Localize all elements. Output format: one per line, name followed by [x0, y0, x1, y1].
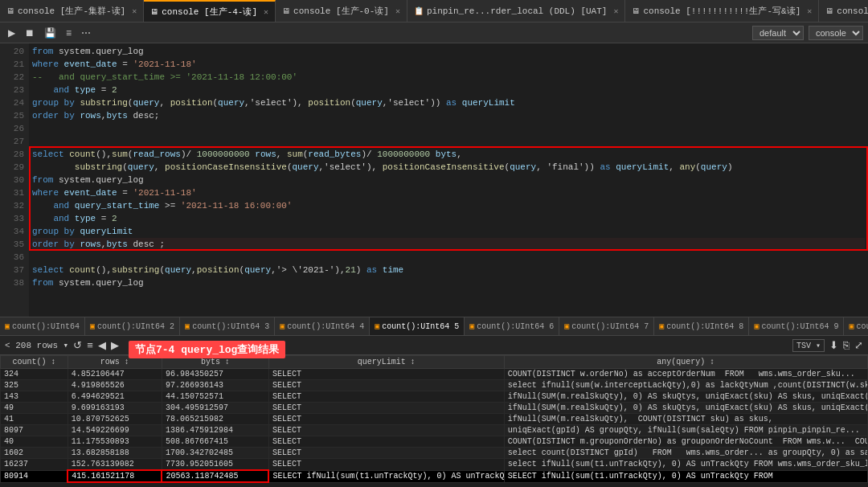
- code-line-37: select count(),substring(query,position(…: [32, 264, 865, 276]
- result-tab-3[interactable]: ▣ count():UInt64 3: [180, 317, 275, 335]
- result-tab-6[interactable]: ▣ count():UInt64 6: [465, 317, 559, 335]
- console-icon-4: 🖥: [632, 6, 640, 16]
- col-header-any-query[interactable]: any(query) ↕: [504, 356, 867, 369]
- run-button[interactable]: ▶: [5, 26, 18, 40]
- result-tab-icon-9: ▣: [754, 321, 759, 331]
- copy-button[interactable]: ⎘: [843, 339, 850, 351]
- code-line-32: and query_start_time >= '2021-11-18 16:0…: [32, 199, 865, 212]
- col-header-querylimit[interactable]: queryLimit ↕: [268, 356, 504, 369]
- next-button[interactable]: ▶: [111, 339, 119, 351]
- table-row[interactable]: 809714.5492266991386.475912984SELECTuniq…: [1, 425, 868, 436]
- code-line-20: from system.query_log: [32, 45, 865, 58]
- editor-toolbar: ▶ ⏹ 💾 ≡ ⋯ default console: [0, 23, 868, 43]
- result-tab-icon-1: ▣: [5, 321, 10, 331]
- toolbar-right: default console: [752, 26, 863, 40]
- code-line-24: group by substring(query, position(query…: [32, 96, 865, 109]
- table-row[interactable]: 160213.6828581881700.342702485SELECTsele…: [1, 448, 868, 459]
- tab-pinpin[interactable]: 📋 pinpin_re...rder_local (DDL) [UAT] ✕: [407, 0, 625, 22]
- code-line-34: group by queryLimit: [32, 225, 865, 238]
- result-tab-2[interactable]: ▣ count():UInt64 2: [85, 317, 180, 335]
- code-line-26: [32, 122, 865, 135]
- result-tab-10[interactable]: ▣ count():UInt64 10: [844, 317, 868, 335]
- default-dropdown[interactable]: default: [752, 26, 804, 40]
- tab-close-icon[interactable]: ✕: [132, 6, 137, 16]
- result-tab-icon-7: ▣: [564, 321, 569, 331]
- console-icon-2: 🖥: [150, 7, 158, 17]
- result-tab-icon-4: ▣: [280, 321, 285, 331]
- code-line-23: and type = 2: [32, 84, 865, 96]
- result-tab-icon-5: ▣: [375, 321, 379, 331]
- result-tab-7[interactable]: ▣ count():UInt64 7: [559, 317, 654, 335]
- result-tab-icon-3: ▣: [185, 321, 190, 331]
- table-row-selected[interactable]: 80914 415.161521178 20563.118742485 SELE…: [1, 470, 868, 482]
- table-row[interactable]: 3244.85210644796.984350257SELECTCOUNT(DI…: [1, 369, 868, 380]
- tab-close-icon-2[interactable]: ✕: [264, 7, 268, 17]
- tab-console-1[interactable]: 🖥 console_1 [!!!!!!!!!!!生产-写&读] ✕: [819, 0, 868, 22]
- tab-console-prod-0[interactable]: 🖥 console [生产-0-读] ✕: [276, 0, 407, 22]
- result-tab-icon-10: ▣: [849, 321, 854, 331]
- stop-button[interactable]: ⏹: [22, 26, 38, 40]
- console-dropdown[interactable]: console: [809, 26, 863, 40]
- tab-console-write-1[interactable]: 🖥 console [!!!!!!!!!!!生产-写&读] ✕: [625, 0, 819, 22]
- tab-close-icon-4[interactable]: ✕: [613, 6, 618, 16]
- table-row[interactable]: 499.699163193304.495912597SELECTifNull(S…: [1, 403, 868, 414]
- code-content[interactable]: from system.query_log where event_date =…: [29, 43, 868, 317]
- save-button[interactable]: 💾: [41, 26, 59, 40]
- code-line-25: order by rows,byts desc;: [32, 109, 865, 122]
- refresh-button[interactable]: ↺: [73, 339, 82, 351]
- result-tab-icon-6: ▣: [469, 321, 474, 331]
- col-header-count[interactable]: count() ↕: [1, 356, 68, 369]
- result-tab-4[interactable]: ▣ count():UInt64 4: [275, 317, 370, 335]
- tab-console-prod-cluster[interactable]: 🖥 console [生产-集群-读] ✕: [0, 0, 144, 22]
- result-tab-8[interactable]: ▣ count():UInt64 8: [654, 317, 749, 335]
- code-line-30: from system.query_log: [32, 174, 865, 186]
- code-line-22: -- and query_start_time >= '2021-11-18 1…: [32, 71, 865, 84]
- code-editor[interactable]: 2021222324 2526272829 3031323334 3536373…: [0, 43, 868, 317]
- result-table-wrap: count() ↕ rows ↕ byts ↕ queryLimit ↕ any…: [0, 355, 868, 487]
- result-tab-5[interactable]: ▣ count():UInt64 5: [370, 317, 465, 335]
- line-numbers: 2021222324 2526272829 3031323334 3536373…: [0, 43, 29, 317]
- filter-button[interactable]: ≡: [87, 339, 93, 351]
- result-table: count() ↕ rows ↕ byts ↕ queryLimit ↕ any…: [0, 355, 868, 483]
- more-button[interactable]: ⋯: [78, 26, 94, 40]
- result-tab-1[interactable]: ▣ count():UInt64: [0, 317, 85, 335]
- expand-button[interactable]: ⤢: [854, 339, 863, 351]
- code-line-28: select count(),sum(read_rows)/ 100000000…: [32, 148, 865, 161]
- table-row[interactable]: 3254.91986552697.266936143SELECTselect i…: [1, 380, 868, 391]
- table-row[interactable]: 16237152.7631390827730.952051605SELECTse…: [1, 459, 868, 471]
- console-icon: 🖥: [6, 6, 14, 16]
- prev-button[interactable]: ◀: [98, 339, 106, 351]
- result-tab-icon-2: ▣: [90, 321, 95, 331]
- table-row[interactable]: 1436.49462952144.150752571SELECTifNull(S…: [1, 391, 868, 403]
- code-line-33: and type = 2: [32, 212, 865, 225]
- console-icon-3: 🖥: [282, 6, 290, 16]
- tsv-label: TSV ▾: [792, 339, 825, 352]
- rows-count: < 208 rows ▾: [5, 340, 68, 350]
- tab-bar: 🖥 console [生产-集群-读] ✕ 🖥 console [生产-4-读]…: [0, 0, 868, 23]
- result-tab-icon-8: ▣: [659, 321, 664, 331]
- download-button[interactable]: ⬇: [829, 339, 838, 351]
- result-panel: ▣ count():UInt64 ▣ count():UInt64 2 ▣ co…: [0, 317, 868, 487]
- result-tab-bar: ▣ count():UInt64 ▣ count():UInt64 2 ▣ co…: [0, 317, 868, 336]
- table-row[interactable]: 4011.175530893508.867667415SELECTCOUNT(D…: [1, 436, 868, 448]
- tab-close-icon-5[interactable]: ✕: [807, 6, 812, 16]
- overlay-label: 节点7-4 query_log查询结果: [129, 341, 285, 358]
- code-line-27: [32, 135, 865, 148]
- code-line-21: where event_date = '2021-11-18': [32, 58, 865, 71]
- code-line-29: substring(query, positionCaseInsensitive…: [32, 161, 865, 174]
- console-icon-5: 🖥: [825, 6, 833, 16]
- ddl-icon: 📋: [414, 6, 424, 16]
- tab-console-prod-4[interactable]: 🖥 console [生产-4-读] ✕: [144, 0, 276, 22]
- code-line-36: [32, 251, 865, 264]
- table-row[interactable]: 4110.87075262578.065215982SELECTifNull(S…: [1, 414, 868, 425]
- result-tab-9[interactable]: ▣ count():UInt64 9: [749, 317, 844, 335]
- code-line-38: from system.query_log: [32, 276, 865, 289]
- code-line-31: where event_date = '2021-11-18': [32, 186, 865, 199]
- tab-close-icon-3[interactable]: ✕: [395, 6, 400, 16]
- format-button[interactable]: ≡: [63, 26, 75, 40]
- code-line-35: order by rows,byts desc ;: [32, 238, 865, 251]
